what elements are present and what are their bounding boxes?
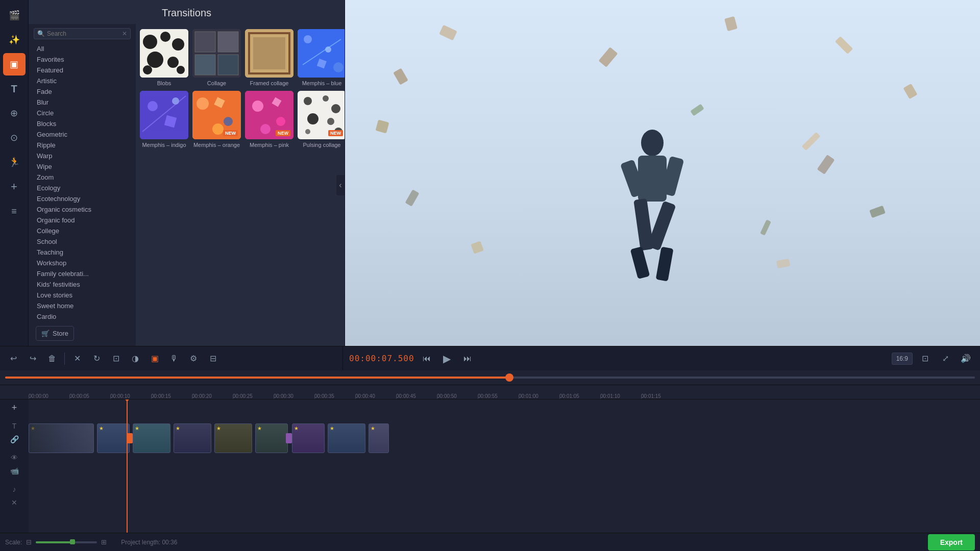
- fullscreen-preview-button[interactable]: ⊡: [917, 350, 933, 367]
- collapse-arrow[interactable]: ‹: [336, 175, 345, 195]
- category-item-warp[interactable]: Warp: [31, 151, 134, 161]
- svg-point-3: [172, 38, 184, 51]
- color-button[interactable]: ◑: [126, 349, 144, 368]
- ruler-mark-00:00:30: 00:00:30: [274, 393, 314, 399]
- category-item-college[interactable]: College: [31, 226, 134, 236]
- category-item-organic-food[interactable]: Organic food: [31, 215, 134, 226]
- video-clip-5[interactable]: ★: [214, 423, 252, 453]
- settings-button[interactable]: ⚙: [184, 349, 203, 368]
- undo-button[interactable]: ↩: [4, 349, 22, 368]
- eye-icon[interactable]: 👁: [7, 452, 21, 464]
- scale-slider[interactable]: [36, 541, 97, 543]
- category-item-geometric[interactable]: Geometric: [31, 129, 134, 140]
- ruler-mark-00:01:15: 00:01:15: [641, 393, 682, 399]
- cut-button[interactable]: ✕: [68, 349, 86, 368]
- transition-thumb-framed-collage: [245, 29, 293, 78]
- timeline-video-icons: 👁 📹: [7, 452, 21, 477]
- video-clip-8[interactable]: ★: [328, 423, 365, 453]
- category-item-all[interactable]: All: [31, 43, 134, 54]
- playhead[interactable]: [127, 399, 128, 533]
- category-item-family-celebrati...[interactable]: Family celebrati...: [31, 268, 134, 279]
- sidebar-transitions-btn[interactable]: ▣: [3, 53, 26, 76]
- category-item-workshop[interactable]: Workshop: [31, 258, 134, 268]
- skip-back-button[interactable]: ⏮: [419, 350, 435, 367]
- timeline-track-icons: T 🔗: [7, 420, 21, 445]
- video-clip-2[interactable]: ★: [97, 423, 130, 453]
- rotate-button[interactable]: ↻: [87, 349, 106, 368]
- search-input[interactable]: [47, 30, 122, 37]
- redo-button[interactable]: ↪: [23, 349, 42, 368]
- close-icon[interactable]: ✕: [122, 30, 127, 37]
- crop-button[interactable]: ⊡: [107, 349, 125, 368]
- category-item-kids'-festivities[interactable]: Kids' festivities: [31, 279, 134, 290]
- svg-rect-9: [195, 32, 215, 52]
- transition-item-blobs[interactable]: Blobs: [140, 29, 188, 87]
- seek-thumb[interactable]: [505, 373, 513, 382]
- category-item-blur[interactable]: Blur: [31, 97, 134, 108]
- sidebar-sport-btn[interactable]: 🏃: [3, 151, 26, 173]
- transition-item-memphis-blue[interactable]: Memphis – blue: [298, 29, 345, 87]
- category-item-featured[interactable]: Featured: [31, 65, 134, 76]
- transition-item-memphis-orange[interactable]: NEWMemphis – orange: [192, 91, 241, 148]
- category-item-school[interactable]: School: [31, 236, 134, 247]
- mute-icon[interactable]: ✕: [7, 496, 21, 509]
- transition-item-memphis-pink[interactable]: NEWMemphis – pink: [245, 91, 293, 148]
- audio-record-button[interactable]: 🎙: [165, 349, 183, 368]
- svg-point-2: [160, 32, 170, 42]
- category-item-cardio[interactable]: Cardio: [31, 311, 134, 322]
- category-item-ecology[interactable]: Ecology: [31, 183, 134, 193]
- category-item-wipe[interactable]: Wipe: [31, 161, 134, 172]
- video-clip-3[interactable]: ★: [133, 423, 170, 453]
- video-clip-6[interactable]: ★: [255, 423, 288, 453]
- delete-button[interactable]: 🗑: [43, 349, 61, 368]
- store-button[interactable]: 🛒 Store: [36, 326, 74, 341]
- video-track-icon[interactable]: 📹: [7, 465, 21, 477]
- aspect-ratio-button[interactable]: 16:9: [892, 353, 913, 365]
- category-item-love-stories[interactable]: Love stories: [31, 290, 134, 300]
- transition-item-framed-collage[interactable]: Framed collage: [245, 29, 293, 87]
- category-item-sweet-home[interactable]: Sweet home: [31, 300, 134, 311]
- text-track-icon[interactable]: T: [7, 420, 21, 432]
- skip-forward-button[interactable]: ⏭: [459, 350, 476, 367]
- time-display: 00:00:07.500: [349, 354, 414, 363]
- image-button[interactable]: ▣: [145, 349, 164, 368]
- scale-label: Scale:: [5, 539, 22, 546]
- category-item-teaching[interactable]: Teaching: [31, 247, 134, 258]
- seek-bar[interactable]: [5, 377, 975, 379]
- timeline-tracks[interactable]: T Give it ♡ Heartb ★: [29, 399, 980, 533]
- search-box[interactable]: 🔍 ✕: [34, 28, 131, 39]
- link-track-icon[interactable]: 🔗: [7, 433, 21, 445]
- category-item-artistic[interactable]: Artistic: [31, 76, 134, 86]
- category-item-blocks[interactable]: Blocks: [31, 118, 134, 129]
- category-item-favorites[interactable]: Favorites: [31, 54, 134, 65]
- expand-button[interactable]: ⤢: [937, 350, 953, 367]
- category-item-ripple[interactable]: Ripple: [31, 140, 134, 151]
- volume-button[interactable]: 🔊: [958, 350, 974, 367]
- timeline-add-icon[interactable]: +: [7, 402, 21, 414]
- export-button[interactable]: Export: [928, 534, 975, 550]
- video-clip-4[interactable]: ★: [174, 423, 211, 453]
- music-icon[interactable]: ♪: [7, 483, 21, 495]
- category-item-fade[interactable]: Fade: [31, 86, 134, 97]
- sidebar-text-btn[interactable]: T: [3, 78, 26, 100]
- sidebar-add-btn[interactable]: +: [3, 176, 26, 198]
- transition-item-memphis-indigo[interactable]: Memphis – indigo: [140, 91, 188, 148]
- video-clip-9[interactable]: ★: [369, 423, 389, 453]
- video-clip-7[interactable]: ★: [292, 423, 325, 453]
- sidebar-sparkle-btn[interactable]: ✨: [3, 29, 26, 51]
- adjust-button[interactable]: ⊟: [204, 349, 222, 368]
- category-item-circle[interactable]: Circle: [31, 108, 134, 118]
- sidebar-film-btn[interactable]: 🎬: [3, 4, 26, 27]
- category-item-organic-cosmetics[interactable]: Organic cosmetics: [31, 204, 134, 215]
- category-item-ecotechnology[interactable]: Ecotechnology: [31, 193, 134, 204]
- video-clip-1[interactable]: ★: [29, 423, 94, 453]
- play-button[interactable]: ▶: [439, 350, 455, 367]
- svg-point-7: [143, 65, 152, 74]
- transition-item-pulsing-collage[interactable]: NEWPulsing collage: [298, 91, 345, 148]
- scale-thumb[interactable]: [70, 539, 75, 544]
- sidebar-effects-btn[interactable]: ⊕: [3, 102, 26, 124]
- sidebar-circle-btn[interactable]: ⊙: [3, 127, 26, 149]
- transition-item-collage[interactable]: Collage: [192, 29, 241, 87]
- category-item-zoom[interactable]: Zoom: [31, 172, 134, 183]
- sidebar-lines-btn[interactable]: ≡: [3, 200, 26, 222]
